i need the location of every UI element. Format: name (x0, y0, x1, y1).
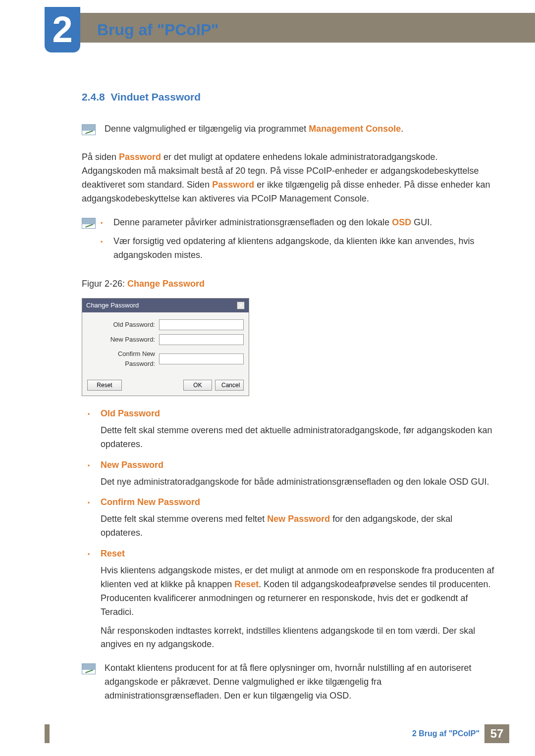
paragraph: På siden Password er det muligt at opdat… (82, 151, 495, 206)
note-icon (82, 218, 96, 229)
term: Old Password (101, 407, 495, 421)
text: GUI. (411, 217, 432, 227)
page-number: 57 (484, 724, 509, 743)
field-row-new-password: New Password: (87, 334, 244, 345)
confirm-password-input[interactable] (159, 353, 244, 364)
section-heading: 2.4.8 Vinduet Password (82, 89, 495, 105)
highlight: New Password (267, 514, 330, 524)
note-icon (82, 663, 96, 674)
text: Dette felt skal stemme overens med felte… (101, 514, 267, 524)
term: Reset (101, 547, 495, 561)
def-item: New Password Det nye administratoradgang… (97, 458, 495, 489)
def-item: Confirm New Password Dette felt skal ste… (97, 496, 495, 540)
desc: Dette felt skal stemme overens med det a… (101, 424, 495, 452)
highlight: Password (212, 180, 254, 190)
desc: Dette felt skal stemme overens med felte… (101, 512, 495, 540)
change-password-dialog: Change Password × Old Password: New Pass… (82, 298, 249, 396)
text: Denne parameter påvirker administrations… (113, 217, 392, 227)
highlight: Password (119, 152, 161, 162)
dialog-title: Change Password (86, 301, 139, 310)
close-icon[interactable]: × (237, 302, 245, 309)
desc: Det nye administratoradgangskode for båd… (101, 475, 495, 489)
note-icon (82, 124, 96, 135)
field-label: Old Password: (87, 320, 159, 330)
note-text: Kontakt klientens producent for at få fl… (105, 661, 495, 703)
term: New Password (101, 458, 495, 472)
figure-caption: Figur 2-26: Change Password (82, 277, 495, 291)
text: Figur 2-26: (82, 279, 127, 289)
field-label: New Password: (87, 335, 159, 345)
text: På siden (82, 152, 119, 162)
text: Denne valgmulighed er tilgængelig via pr… (105, 124, 309, 134)
note-item: Vær forsigtig ved opdatering af klienten… (109, 235, 495, 262)
desc: Hvis klientens adgangskode mistes, er de… (101, 564, 495, 619)
highlight: Reset (234, 579, 259, 589)
reset-button[interactable]: Reset (87, 380, 122, 391)
ok-button[interactable]: OK (183, 380, 212, 391)
term: Confirm New Password (101, 496, 495, 509)
text: . (401, 124, 403, 134)
section-title: Vinduet Password (110, 91, 201, 102)
text: Vær forsigtig ved opdatering af klienten… (113, 236, 474, 260)
cancel-button[interactable]: Cancel (215, 380, 244, 391)
new-password-input[interactable] (159, 334, 244, 345)
field-row-confirm-password: Confirm New Password: (87, 349, 244, 369)
section-number: 2.4.8 (82, 91, 105, 102)
chapter-number-badge: 2 (45, 7, 80, 52)
field-row-old-password: Old Password: (87, 319, 244, 330)
highlight: Management Console (309, 124, 401, 134)
note-item: Denne parameter påvirker administrations… (109, 216, 495, 230)
def-item: Reset Hvis klientens adgangskode mistes,… (97, 547, 495, 652)
field-label: Confirm New Password: (87, 349, 159, 369)
old-password-input[interactable] (159, 319, 244, 330)
highlight: Change Password (127, 279, 205, 289)
footer-label: 2 Brug af "PCoIP" (412, 728, 480, 740)
dialog-titlebar: Change Password × (82, 299, 249, 312)
footer: 2 Brug af "PCoIP" 57 (0, 724, 535, 743)
def-item: Old Password Dette felt skal stemme over… (97, 407, 495, 452)
desc: Når responskoden indtastes korrekt, inds… (101, 624, 495, 652)
intro-note: Denne valgmulighed er tilgængelig via pr… (105, 122, 403, 136)
chapter-title: Brug af "PCoIP" (97, 18, 218, 43)
highlight: OSD (392, 217, 411, 227)
